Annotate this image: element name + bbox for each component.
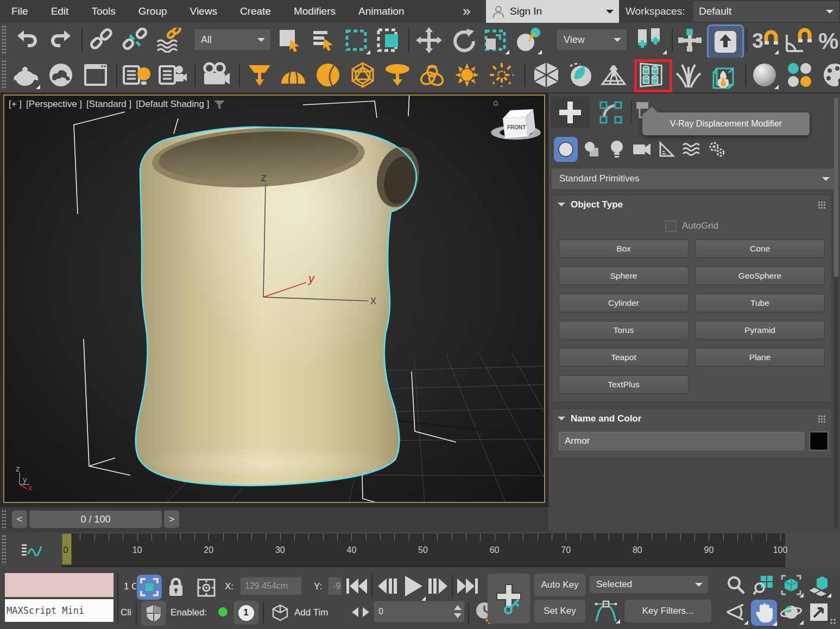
toolbar-overflow-chevron[interactable]: » <box>463 0 469 22</box>
bind-to-space-warp-button[interactable] <box>154 26 182 54</box>
frame-step-arrows[interactable] <box>351 606 370 620</box>
menu-views[interactable]: Views <box>179 0 229 23</box>
set-key-button[interactable]: Set Key <box>534 600 585 622</box>
category-cameras-button[interactable] <box>630 137 654 162</box>
next-frame-button[interactable] <box>428 576 450 599</box>
goto-start-button[interactable] <box>345 576 368 599</box>
object-type-button-sphere[interactable]: Sphere <box>559 267 689 285</box>
vray-disc-light-button[interactable] <box>383 61 412 89</box>
redo-button[interactable] <box>47 26 75 54</box>
object-type-button-teapot[interactable]: Teapot <box>559 348 689 367</box>
autogrid-checkbox[interactable] <box>665 221 677 232</box>
vray-sun-button[interactable] <box>453 61 481 89</box>
menu-modifiers[interactable]: Modifiers <box>282 0 347 23</box>
reference-coordsys-dropdown[interactable]: View <box>557 29 627 50</box>
selection-lock-toggle[interactable] <box>167 577 185 600</box>
play-button[interactable] <box>401 574 426 601</box>
mini-curve-editor-button[interactable] <box>18 540 45 561</box>
goto-end-button[interactable] <box>456 576 479 599</box>
field-of-view-button[interactable] <box>723 600 748 625</box>
vray-quick-settings-button[interactable] <box>245 61 274 89</box>
viewcube-home-icon[interactable]: ⌂ <box>493 98 498 107</box>
object-type-button-tube[interactable]: Tube <box>695 294 825 312</box>
maxscript-mini-listener-field[interactable]: MAXScript Mini <box>4 599 114 622</box>
resize-grip[interactable] <box>830 618 836 625</box>
object-name-input[interactable]: Armor <box>559 432 804 450</box>
rectangular-selection-region-button[interactable] <box>342 26 370 54</box>
rollout-drag-handle-icon[interactable] <box>818 201 826 209</box>
category-spacewarps-button[interactable] <box>680 137 704 162</box>
isolate-selection-toggle[interactable] <box>137 575 162 600</box>
color-palette-button[interactable] <box>821 61 840 89</box>
object-type-button-geosphere[interactable]: GeoSphere <box>695 267 825 285</box>
menu-create[interactable]: Create <box>229 0 282 23</box>
select-and-link-button[interactable] <box>87 26 115 54</box>
chaos-cosmos-button[interactable] <box>418 61 446 89</box>
key-mode-dropdown[interactable]: Selected <box>590 576 708 593</box>
viewport-pov-menu[interactable]: [Perspective ] <box>26 99 82 111</box>
camera-lister-button[interactable] <box>159 61 187 89</box>
vray-displacement-flyout-button[interactable] <box>599 61 628 89</box>
zoom-extents-selected-button[interactable] <box>806 573 831 597</box>
y-coordinate-field[interactable]: -9 <box>328 577 342 595</box>
panel-scrollbar-thumb[interactable] <box>834 98 838 277</box>
object-type-button-box[interactable]: Box <box>559 240 689 258</box>
snaps-pivot-button[interactable] <box>675 26 704 54</box>
select-and-rotate-button[interactable] <box>449 26 477 54</box>
auto-key-button[interactable]: Auto Key <box>534 574 585 596</box>
object-type-button-torus[interactable]: Torus <box>559 321 689 339</box>
select-and-move-button[interactable] <box>415 26 443 54</box>
category-shapes-button[interactable] <box>580 137 604 162</box>
filter-funnel-icon[interactable] <box>213 100 225 111</box>
degradation-level-button[interactable]: 1 <box>233 601 258 625</box>
armor-model[interactable] <box>136 123 425 486</box>
key-filters-button[interactable]: Key Filters... <box>624 600 711 622</box>
category-lights-button[interactable] <box>605 137 629 162</box>
viewport-shading-menu[interactable]: [Default Shading ] <box>136 99 209 111</box>
time-tag-cube-icon[interactable] <box>271 604 289 624</box>
track-bar-ruler[interactable]: 0102030405060708090100 <box>62 533 785 567</box>
maxscript-macro-recorder-field[interactable] <box>4 573 114 597</box>
unlink-selection-button[interactable] <box>121 26 149 54</box>
undo-button[interactable] <box>13 26 41 54</box>
vray-sphere-light-button[interactable] <box>314 61 342 89</box>
viewport-general-menu[interactable]: [+ ] <box>9 99 22 111</box>
render-in-cloud-button[interactable] <box>47 61 75 89</box>
orbit-button[interactable] <box>779 600 804 625</box>
viewport-renderer-menu[interactable]: [Standard ] <box>86 99 131 111</box>
snaps-toggle-button[interactable]: 3 <box>750 26 779 54</box>
toolbar-grip[interactable] <box>2 534 7 565</box>
rollout-drag-handle-icon[interactable] <box>818 415 826 423</box>
vray-ies-light-button[interactable] <box>488 61 516 89</box>
vray-plane-button[interactable] <box>566 61 594 89</box>
vray-fur-button[interactable] <box>674 61 703 89</box>
viewcube[interactable]: FRONT ⌂ <box>491 98 541 140</box>
menu-group[interactable]: Group <box>127 0 179 23</box>
create-tab[interactable] <box>551 97 590 128</box>
vray-proxy-button[interactable] <box>532 61 560 89</box>
select-by-name-button[interactable] <box>310 26 338 54</box>
workspace-dropdown[interactable]: Default <box>693 1 839 22</box>
zoom-extents-button[interactable] <box>779 573 804 597</box>
primitive-category-dropdown[interactable]: Standard Primitives <box>552 168 835 189</box>
object-type-button-cylinder[interactable]: Cylinder <box>559 294 689 312</box>
category-helpers-button[interactable] <box>655 137 679 162</box>
film-camera-button[interactable] <box>202 61 230 89</box>
zoom-all-button[interactable] <box>751 573 776 597</box>
select-and-manipulate-button[interactable] <box>514 26 542 54</box>
add-time-tag-text[interactable]: Add Tim <box>294 607 342 618</box>
set-keys-button[interactable] <box>488 574 530 624</box>
select-object-button[interactable] <box>276 26 304 54</box>
object-type-button-plane[interactable]: Plane <box>695 348 825 367</box>
menu-tools[interactable]: Tools <box>80 0 127 23</box>
category-systems-button[interactable] <box>705 137 729 162</box>
material-editor-button[interactable] <box>750 61 779 89</box>
time-slider-prev-button[interactable]: < <box>12 511 27 528</box>
object-type-button-cone[interactable]: Cone <box>695 240 825 258</box>
select-and-scale-button[interactable] <box>481 26 509 54</box>
pan-view-button[interactable] <box>751 600 777 626</box>
viewcube-front-label[interactable]: FRONT <box>507 124 526 130</box>
light-lister-button[interactable] <box>123 61 151 89</box>
object-type-button-textplus[interactable]: TextPlus <box>559 375 689 394</box>
object-type-button-pyramid[interactable]: Pyramid <box>695 321 825 339</box>
